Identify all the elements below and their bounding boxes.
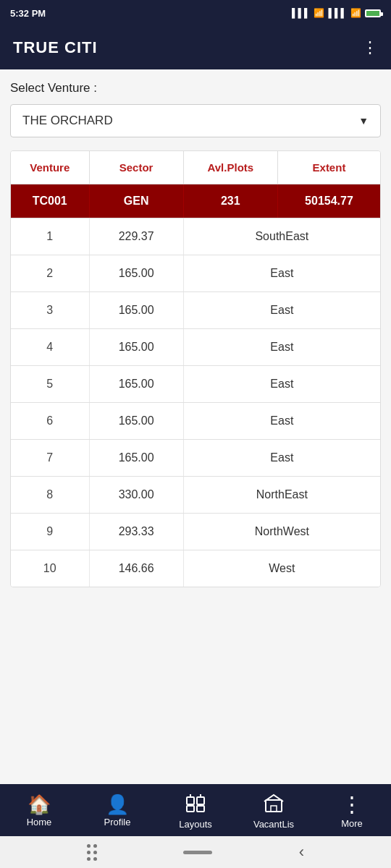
row-direction: West [184,550,380,587]
highlight-extent: 50154.77 [278,184,380,218]
row-direction: East [184,440,380,476]
row-direction: SouthEast [184,218,380,255]
row-extent: 165.00 [90,440,184,476]
table-row[interactable]: 6 165.00 East [11,403,380,440]
status-icons: ▌▌▌ 📶 ▌▌▌ 📶 [292,8,381,18]
row-extent: 229.37 [90,218,184,255]
data-table: Venture Sector Avl.Plots Extent TC001 GE… [10,150,381,587]
row-extent: 146.66 [90,550,184,587]
col-venture: Venture [11,151,90,184]
svg-rect-7 [271,806,277,812]
col-sector: Sector [90,151,184,184]
row-num: 10 [11,550,90,587]
nav-layouts-label: Layouts [179,819,212,830]
table-row[interactable]: 8 330.00 NorthEast [11,477,380,514]
nav-profile-label: Profile [104,817,131,827]
system-nav: ‹ [0,836,391,868]
nav-home-label: Home [27,817,52,827]
wifi-icon: 📶 [314,8,324,18]
chevron-down-icon: ▼ [358,115,369,127]
table-row[interactable]: 5 165.00 East [11,366,380,403]
signal2-icon: ▌▌▌ [328,8,347,18]
venture-dropdown[interactable]: THE ORCHARD ▼ [10,104,381,137]
nav-vacantlis-label: VacantLis [253,819,294,830]
row-direction: East [184,403,380,439]
table-row[interactable]: 4 165.00 East [11,329,380,366]
row-num: 9 [11,514,90,550]
row-extent: 165.00 [90,292,184,328]
highlight-venture: TC001 [11,184,90,218]
table-row[interactable]: 1 229.37 SouthEast [11,218,380,255]
table-row[interactable]: 2 165.00 East [11,255,380,292]
row-extent: 165.00 [90,255,184,292]
header-menu-button[interactable]: ⋮ [362,40,378,56]
nav-home[interactable]: 🏠 Home [10,795,68,827]
table-row[interactable]: 10 146.66 West [11,550,380,587]
system-home-button[interactable] [183,851,212,854]
select-venture-label: Select Venture : [10,81,381,95]
row-num: 3 [11,292,90,328]
nav-more-label: More [341,818,363,829]
nav-vacantlis[interactable]: VacantLis [245,793,303,830]
system-apps-button[interactable] [87,844,97,861]
row-extent: 293.33 [90,514,184,550]
highlight-row[interactable]: TC001 GEN 231 50154.77 [11,184,380,218]
main-content: Select Venture : THE ORCHARD ▼ Venture S… [0,69,391,784]
svg-rect-2 [187,806,194,812]
svg-rect-3 [197,806,204,812]
row-extent: 165.00 [90,329,184,365]
wifi2-icon: 📶 [350,8,361,18]
svg-rect-1 [197,797,204,804]
highlight-avl-plots: 231 [184,184,278,218]
dropdown-value: THE ORCHARD [22,114,113,128]
signal-icon: ▌▌▌ [292,8,311,18]
home-icon: 🏠 [28,795,51,814]
row-direction: East [184,255,380,292]
nav-profile[interactable]: 👤 Profile [88,795,146,827]
table-header: Venture Sector Avl.Plots Extent [11,151,380,184]
table-row[interactable]: 9 293.33 NorthWest [11,514,380,550]
system-back-button[interactable]: ‹ [299,843,304,861]
row-num: 2 [11,255,90,292]
svg-rect-0 [187,797,194,804]
row-num: 6 [11,403,90,439]
col-extent: Extent [278,151,380,184]
app-header: TRUE CITI ⋮ [0,26,391,69]
table-row[interactable]: 7 165.00 East [11,440,380,477]
layouts-icon [185,793,206,816]
row-num: 7 [11,440,90,476]
col-avl-plots: Avl.Plots [184,151,278,184]
row-direction: East [184,329,380,365]
table-row[interactable]: 3 165.00 East [11,292,380,329]
row-direction: NorthWest [184,514,380,550]
row-num: 4 [11,329,90,365]
row-extent: 165.00 [90,366,184,402]
row-direction: East [184,292,380,328]
bottom-nav: 🏠 Home 👤 Profile Layouts Vacant [0,784,391,836]
nav-more[interactable]: ⋮ More [323,793,381,829]
row-num: 5 [11,366,90,402]
battery-icon [365,9,381,17]
row-num: 8 [11,477,90,513]
nav-layouts[interactable]: Layouts [167,793,224,830]
row-direction: NorthEast [184,477,380,513]
profile-icon: 👤 [106,795,129,814]
vacantlis-icon [264,793,284,816]
row-direction: East [184,366,380,402]
highlight-sector: GEN [90,184,184,218]
status-time: 5:32 PM [10,8,46,19]
app-title: TRUE CITI [13,38,98,57]
row-extent: 165.00 [90,403,184,439]
more-icon: ⋮ [341,793,363,815]
status-bar: 5:32 PM ▌▌▌ 📶 ▌▌▌ 📶 [0,0,391,26]
row-num: 1 [11,218,90,255]
row-extent: 330.00 [90,477,184,513]
